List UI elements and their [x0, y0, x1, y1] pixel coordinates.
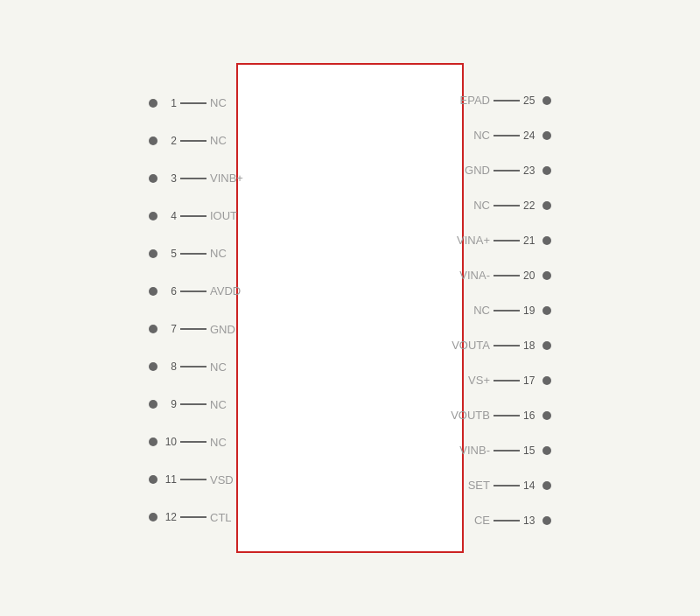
pin-number-7: 7 — [161, 323, 177, 335]
pin-number-11: 11 — [161, 473, 177, 486]
pin-line-4 — [180, 215, 206, 217]
pin-line-20 — [494, 275, 520, 276]
pin-label-4: IOUT — [210, 209, 237, 222]
pin-line-7 — [180, 328, 206, 330]
left-pin-3: 3VINB+ — [149, 172, 243, 185]
pin-label-23: GND — [465, 164, 490, 177]
pin-number-10: 10 — [161, 436, 177, 448]
pin-dot-12 — [149, 513, 158, 522]
pin-line-14 — [494, 485, 520, 486]
pin-line-2 — [180, 140, 206, 142]
pin-dot-15 — [542, 446, 551, 455]
pin-label-22: NC — [473, 199, 490, 212]
pin-number-18: 18 — [523, 340, 539, 352]
pin-line-21 — [494, 240, 520, 242]
pin-label-25: EPAD — [460, 94, 490, 107]
pin-number-4: 4 — [161, 210, 177, 222]
left-pin-12: 12CTL — [149, 511, 232, 524]
left-pin-7: 7GND — [149, 323, 235, 336]
pin-dot-3 — [149, 174, 158, 183]
pin-number-3: 3 — [161, 172, 177, 185]
pin-dot-18 — [542, 341, 551, 350]
pin-number-9: 9 — [161, 398, 177, 410]
pin-number-8: 8 — [161, 360, 177, 373]
pin-line-23 — [494, 170, 520, 172]
pin-dot-23 — [542, 166, 551, 175]
pin-number-24: 24 — [523, 130, 539, 142]
left-pin-6: 6AVDD — [149, 284, 241, 298]
right-pin-24: 24NC — [473, 129, 551, 142]
pin-label-10: NC — [210, 436, 227, 449]
pin-number-16: 16 — [523, 410, 539, 422]
left-pin-2: 2NC — [149, 134, 227, 147]
right-pin-25: 25EPAD — [460, 94, 551, 107]
right-pin-13: 13CE — [474, 514, 551, 527]
pin-line-9 — [180, 403, 206, 405]
pin-number-14: 14 — [523, 480, 539, 492]
pin-dot-14 — [542, 481, 551, 490]
pin-line-12 — [180, 516, 206, 518]
left-pin-8: 8NC — [149, 360, 227, 374]
right-pin-20: 20VINA- — [459, 269, 551, 282]
pin-dot-24 — [542, 131, 551, 140]
pin-number-2: 2 — [161, 135, 177, 147]
pin-line-10 — [180, 441, 206, 443]
pin-label-7: GND — [210, 323, 235, 336]
pin-label-16: VOUTB — [451, 409, 490, 422]
left-pin-11: 11VSD — [149, 473, 234, 486]
pin-label-9: NC — [210, 398, 227, 411]
right-pin-18: 18VOUTA — [452, 339, 551, 352]
pin-label-18: VOUTA — [452, 339, 490, 352]
pin-number-19: 19 — [523, 304, 539, 317]
pin-number-5: 5 — [161, 248, 177, 260]
pin-number-17: 17 — [523, 374, 539, 387]
pin-dot-16 — [542, 411, 551, 420]
right-pin-23: 23GND — [465, 164, 551, 177]
pin-line-5 — [180, 253, 206, 255]
pin-number-15: 15 — [523, 444, 539, 457]
pin-number-21: 21 — [523, 234, 539, 247]
pin-dot-8 — [149, 362, 158, 371]
pin-line-1 — [180, 102, 206, 104]
pin-number-23: 23 — [523, 164, 539, 177]
pin-label-12: CTL — [210, 511, 232, 524]
pin-dot-13 — [542, 516, 551, 525]
pin-line-22 — [494, 205, 520, 206]
left-pin-10: 10NC — [149, 436, 227, 449]
pin-label-8: NC — [210, 360, 227, 374]
left-pin-9: 9NC — [149, 398, 227, 411]
pin-dot-17 — [542, 376, 551, 385]
pin-dot-25 — [542, 96, 551, 105]
pin-label-17: VS+ — [468, 374, 490, 387]
pin-line-6 — [180, 290, 206, 292]
pin-label-19: NC — [473, 304, 490, 317]
pin-dot-9 — [149, 400, 158, 409]
pin-dot-10 — [149, 438, 158, 446]
pin-dot-7 — [149, 325, 158, 333]
left-pin-5: 5NC — [149, 247, 227, 260]
pin-dot-4 — [149, 212, 158, 220]
pin-number-1: 1 — [161, 97, 177, 109]
pin-line-25 — [494, 100, 520, 102]
pin-line-3 — [180, 178, 206, 179]
pin-label-6: AVDD — [210, 284, 241, 298]
chip-diagram: 1NC2NC3VINB+4IOUT5NC6AVDD7GND8NC9NC10NC1… — [149, 37, 551, 579]
pin-label-1: NC — [210, 96, 227, 109]
left-pin-1: 1NC — [149, 96, 227, 109]
pin-number-6: 6 — [161, 285, 177, 298]
pin-dot-11 — [149, 475, 158, 484]
pin-number-12: 12 — [161, 511, 177, 523]
pin-dot-1 — [149, 99, 158, 108]
chip-body — [236, 63, 464, 553]
pin-label-11: VSD — [210, 473, 234, 486]
pin-label-24: NC — [473, 129, 490, 142]
pin-dot-20 — [542, 271, 551, 280]
right-pin-16: 16VOUTB — [451, 409, 551, 422]
pin-line-13 — [494, 520, 520, 522]
pin-line-19 — [494, 310, 520, 312]
right-pin-22: 22NC — [473, 199, 551, 212]
pin-number-20: 20 — [523, 270, 539, 282]
pin-dot-21 — [542, 236, 551, 245]
pin-number-25: 25 — [523, 94, 539, 107]
pin-label-21: VINA+ — [457, 234, 490, 247]
